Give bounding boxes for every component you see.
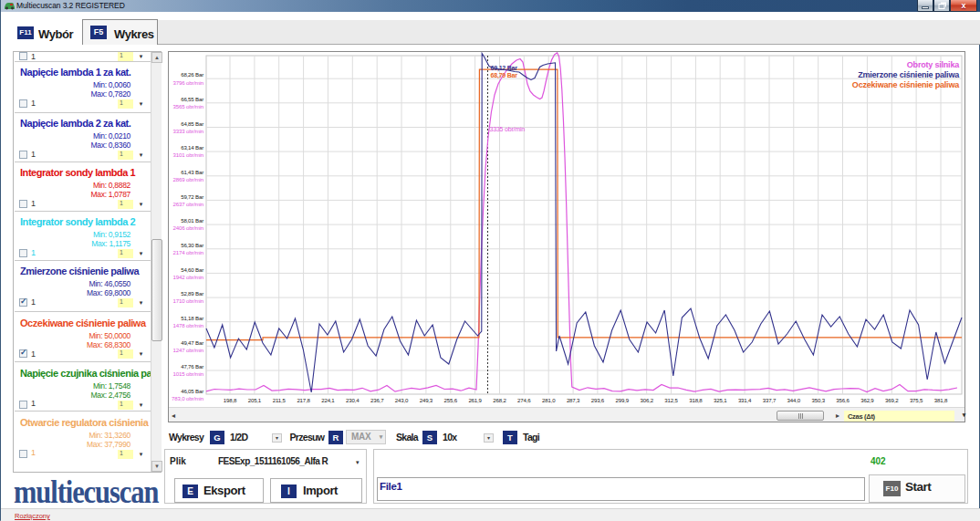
svg-text:274,6: 274,6 <box>517 397 531 403</box>
svg-text:268,2: 268,2 <box>493 397 506 403</box>
svg-text:217,8: 217,8 <box>297 397 310 403</box>
svg-text:2406 obr/min: 2406 obr/min <box>173 224 203 231</box>
svg-text:49,47 Bar: 49,47 Bar <box>181 339 203 346</box>
svg-text:1710 obr/min: 1710 obr/min <box>173 297 203 304</box>
svg-text:299,9: 299,9 <box>616 397 630 403</box>
svg-text:224,1: 224,1 <box>321 397 335 403</box>
svg-text:783,0 obr/min: 783,0 obr/min <box>172 395 203 401</box>
svg-text:261,9: 261,9 <box>468 397 482 403</box>
svg-text:381,8: 381,8 <box>934 397 948 403</box>
svg-text:1247 obr/min: 1247 obr/min <box>173 347 203 353</box>
svg-text:2869 obr/min: 2869 obr/min <box>173 176 203 182</box>
svg-text:337,7: 337,7 <box>763 397 777 403</box>
svg-text:68,79 Bar: 68,79 Bar <box>491 72 518 79</box>
svg-text:350,3: 350,3 <box>812 397 826 403</box>
svg-text:61,43 Bar: 61,43 Bar <box>181 169 203 175</box>
svg-text:344,0: 344,0 <box>787 397 801 403</box>
svg-text:312,5: 312,5 <box>664 397 678 403</box>
svg-text:56,30 Bar: 56,30 Bar <box>181 242 203 248</box>
svg-text:318,8: 318,8 <box>689 397 703 403</box>
svg-text:249,3: 249,3 <box>420 397 433 403</box>
svg-text:3335 obr/min: 3335 obr/min <box>490 126 526 132</box>
svg-text:205,1: 205,1 <box>248 397 262 403</box>
svg-text:66,55 Bar: 66,55 Bar <box>181 96 203 102</box>
svg-text:46,05 Bar: 46,05 Bar <box>181 388 203 394</box>
svg-text:281,0: 281,0 <box>542 397 556 403</box>
svg-text:Obroty silnika: Obroty silnika <box>907 60 960 69</box>
svg-text:3565 obr/min: 3565 obr/min <box>173 103 203 109</box>
svg-text:356,6: 356,6 <box>836 397 850 403</box>
svg-text:58,01 Bar: 58,01 Bar <box>181 217 203 224</box>
svg-text:Oczekiwane ciśnienie paliwa: Oczekiwane ciśnienie paliwa <box>852 80 960 89</box>
svg-text:211,5: 211,5 <box>273 397 287 403</box>
svg-text:1478 obr/min: 1478 obr/min <box>173 322 203 328</box>
svg-text:54,60 Bar: 54,60 Bar <box>181 266 203 273</box>
svg-text:Zmierzone ciśnienie paliwa: Zmierzone ciśnienie paliwa <box>858 70 960 79</box>
svg-text:59,72 Bar: 59,72 Bar <box>181 193 203 200</box>
svg-text:3101 obr/min: 3101 obr/min <box>173 151 203 158</box>
svg-text:2637 obr/min: 2637 obr/min <box>173 201 203 207</box>
svg-text:1015 obr/min: 1015 obr/min <box>173 370 203 377</box>
svg-text:306,2: 306,2 <box>641 397 654 403</box>
svg-text:243,0: 243,0 <box>395 397 409 403</box>
svg-text:331,4: 331,4 <box>738 397 752 403</box>
svg-text:369,2: 369,2 <box>885 397 899 403</box>
svg-text:1942 obr/min: 1942 obr/min <box>173 274 203 280</box>
svg-text:293,6: 293,6 <box>591 397 605 403</box>
svg-text:287,3: 287,3 <box>567 397 580 403</box>
svg-text:64,85 Bar: 64,85 Bar <box>181 120 203 127</box>
svg-text:230,4: 230,4 <box>346 397 360 403</box>
svg-text:3333 obr/min: 3333 obr/min <box>173 128 203 134</box>
svg-text:236,7: 236,7 <box>370 397 384 403</box>
svg-text:375,5: 375,5 <box>910 397 923 403</box>
svg-text:51,18 Bar: 51,18 Bar <box>181 315 203 321</box>
svg-text:68,26 Bar: 68,26 Bar <box>181 71 203 78</box>
svg-text:63,14 Bar: 63,14 Bar <box>181 144 203 151</box>
svg-text:2174 obr/min: 2174 obr/min <box>173 249 203 255</box>
svg-text:47,76 Bar: 47,76 Bar <box>181 363 203 370</box>
svg-text:3796 obr/min: 3796 obr/min <box>173 79 203 86</box>
svg-text:255,6: 255,6 <box>444 397 458 403</box>
svg-text:52,89 Bar: 52,89 Bar <box>181 290 203 297</box>
svg-text:325,1: 325,1 <box>714 397 727 403</box>
svg-text:362,9: 362,9 <box>860 397 874 403</box>
svg-text:198,8: 198,8 <box>224 397 237 403</box>
